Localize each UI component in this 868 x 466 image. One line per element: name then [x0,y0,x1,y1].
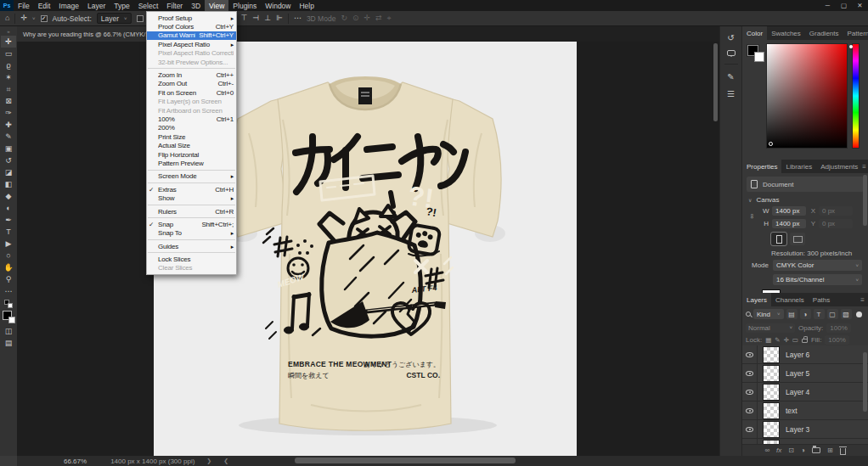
document-properties-row[interactable]: Document [747,177,864,192]
layer-row[interactable]: text [742,401,868,420]
tab-properties[interactable]: Properties [742,160,781,173]
quick-selection-tool[interactable]: ✶ [1,71,16,83]
visibility-toggle[interactable] [742,420,758,438]
blend-mode-dropdown[interactable]: Normal˅ [746,323,795,333]
bit-depth-dropdown[interactable]: 16 Bits/Channel˅ [773,274,862,285]
close-button[interactable]: ✕ [852,0,868,11]
tool-presets-panel-icon[interactable]: ☰ [727,89,735,98]
history-brush-tool[interactable]: ↺ [1,154,16,166]
lock-position-icon[interactable]: ✛ [784,336,789,344]
lock-transparent-icon[interactable]: ▦ [765,336,771,344]
hue-slider[interactable] [852,43,860,149]
view-menu-item-show[interactable]: Show [147,194,236,202]
color-mode-dropdown[interactable]: CMYK Color˅ [773,260,862,271]
layer-row[interactable]: Layer 4 [742,383,868,401]
auto-select-target-dropdown[interactable]: Layer˅ [97,13,132,24]
menu-type[interactable]: Type [110,0,133,11]
filter-toggle[interactable] [856,312,862,317]
view-menu-item-pattern-preview[interactable]: Pattern Preview [147,159,236,167]
view-menu-item-actual-size[interactable]: Actual Size [147,141,236,149]
lock-artboard-icon[interactable]: ▭ [792,336,798,344]
layer-row[interactable]: Layer 6 [742,345,868,364]
view-menu-item-200[interactable]: 200% [147,124,236,132]
screen-mode-button[interactable]: ▤ [1,337,16,349]
tab-paths[interactable]: Paths [809,293,834,306]
path-selection-tool[interactable]: ▶ [1,238,16,250]
type-tool[interactable]: T [1,226,16,238]
portrait-orientation-button[interactable] [771,233,786,245]
zoom-level[interactable]: 66.67% [64,458,87,465]
menu-file[interactable]: File [14,0,34,11]
foreground-background-swatches[interactable] [747,45,764,62]
home-icon[interactable]: ⌂ [5,14,9,22]
view-menu-item-proof-colors[interactable]: Proof ColorsCtrl+Y [147,22,236,31]
comments-panel-icon[interactable] [727,50,736,56]
new-layer-icon[interactable]: ⊞ [827,446,833,454]
tab-gradients[interactable]: Gradients [805,26,843,40]
move-tool[interactable]: ✛ [1,36,16,48]
view-menu-item-lock-slices[interactable]: Lock Slices [147,255,236,263]
tab-channels[interactable]: Channels [771,293,809,306]
layer-thumbnail[interactable] [763,421,780,438]
more-options-icon[interactable]: ⋯ [294,14,302,22]
view-menu-item-zoom-out[interactable]: Zoom OutCtrl+- [147,80,236,88]
menu-layer[interactable]: Layer [83,0,110,11]
view-menu-item-snap-to[interactable]: Snap To [147,229,236,238]
tab-libraries[interactable]: Libraries [781,160,816,173]
visibility-toggle[interactable] [742,401,758,419]
layer-thumbnail[interactable] [763,384,780,401]
quick-mask-button[interactable]: ◫ [1,325,16,337]
crop-tool[interactable]: ⌗ [1,83,16,95]
tab-adjustments[interactable]: Adjustments [816,160,862,173]
zoom-tool[interactable]: ⚲ [1,273,16,285]
lasso-tool[interactable]: ϱ [1,59,16,71]
menu-plugins[interactable]: Plugins [228,0,261,11]
view-menu-item-extras[interactable]: ExtrasCtrl+H [147,185,236,194]
align-center-icon[interactable]: ⊣ [252,14,259,22]
filter-type-layers-icon[interactable]: T [814,309,825,319]
tab-layers[interactable]: Layers [742,293,771,306]
status-arrow-icon[interactable]: ❯ [206,458,211,464]
horizontal-scrollbar[interactable] [295,458,516,463]
menu-filter[interactable]: Filter [162,0,187,11]
layer-row[interactable]: Layer 5 [742,364,868,383]
view-menu-item-fit-on-screen[interactable]: Fit on ScreenCtrl+0 [147,88,236,97]
view-menu-item-guides[interactable]: Guides [147,242,236,250]
foreground-background-swatches[interactable] [3,311,15,323]
view-menu-item-zoom-in[interactable]: Zoom InCtrl++ [147,70,236,79]
panel-scrollbar[interactable] [863,175,867,226]
filter-shape-layers-icon[interactable]: ▢ [827,309,838,319]
delete-layer-icon[interactable] [840,448,846,455]
canvas-viewport[interactable]: ?! ?! [17,42,719,456]
chevron-down-icon[interactable]: ˅ [32,16,36,21]
expand-toolbar-icon[interactable]: » [7,29,9,34]
panel-menu-icon[interactable]: ≡ [862,163,868,171]
view-menu-item-flip-horizontal[interactable]: Flip Horizontal [147,150,236,159]
shape-tool[interactable]: ○ [1,250,16,261]
layer-effects-icon[interactable]: fx [776,446,781,454]
add-layer-mask-icon[interactable]: ⊡ [788,446,794,454]
edit-toolbar-button[interactable]: ⋯ [1,285,16,297]
canvas-section-header[interactable]: ∨ Canvas [742,195,868,205]
align-top-icon[interactable]: ⊤ [241,14,248,22]
background-color-swatch[interactable] [8,317,15,323]
eyedropper-tool[interactable]: ✑ [1,107,16,119]
tab-color[interactable]: Color [742,26,767,40]
align-bottom-icon[interactable]: ⊥ [264,14,271,22]
layer-row[interactable]: Layer 3 [742,420,868,439]
panel-scrollbar[interactable] [863,352,867,412]
menu-edit[interactable]: Edit [34,0,55,11]
menu-select[interactable]: Select [134,0,163,11]
view-menu-item-proof-setup[interactable]: Proof Setup [147,14,236,22]
maximize-button[interactable]: ▢ [836,0,852,11]
menu-3d[interactable]: 3D [187,0,205,11]
layer-thumbnail[interactable] [763,346,780,363]
default-colors-icon[interactable] [4,300,13,308]
pen-tool[interactable]: ✒ [1,214,16,226]
clone-stamp-tool[interactable]: ▣ [1,143,16,154]
filter-smart-objects-icon[interactable]: ▧ [841,309,852,319]
brush-tool[interactable]: ✎ [1,131,16,143]
view-menu-item-snap[interactable]: SnapShift+Ctrl+; [147,220,236,228]
view-menu-item-screen-mode[interactable]: Screen Mode [147,172,236,181]
layer-thumbnail[interactable] [763,402,780,419]
